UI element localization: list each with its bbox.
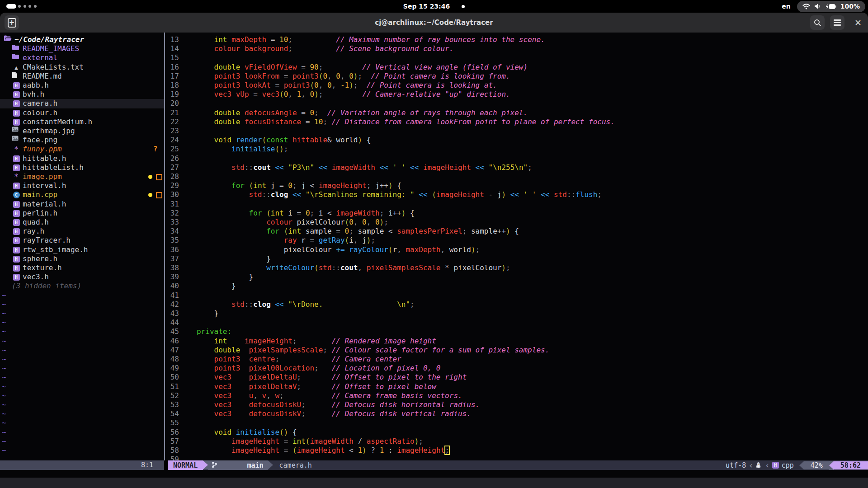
tree-item-label: rayTracer.h <box>23 236 71 245</box>
code-line[interactable]: 44 <box>169 318 868 327</box>
code-line[interactable]: 47 double pixelSamplesScale; // Colour s… <box>169 346 868 355</box>
tree-item[interactable]: HconstantMedium.h <box>0 117 164 127</box>
tree-item[interactable]: HrayTracer.h <box>0 236 164 245</box>
code-line[interactable]: 26 <box>169 154 868 163</box>
code-line[interactable]: 25 initialise(); <box>169 145 868 154</box>
tree-item-label: material.h <box>23 200 66 209</box>
close-window-button[interactable]: ✕ <box>851 15 865 30</box>
code-line[interactable]: 40 } <box>169 282 868 291</box>
command-line[interactable] <box>0 470 868 478</box>
line-number: 53 <box>169 400 179 409</box>
header-file-icon: H <box>13 247 20 253</box>
code-line[interactable]: 28 <box>169 172 868 181</box>
code-line[interactable]: 54 vec3 defocusDiskV; // Defocus disk ve… <box>169 409 868 418</box>
code-line[interactable]: 43 } <box>169 309 868 318</box>
code-line[interactable]: 31 <box>169 200 868 209</box>
code-line[interactable]: 59 <box>169 455 868 460</box>
tree-item[interactable]: face.png <box>0 136 164 145</box>
tree-item[interactable]: earthmap.jpg <box>0 127 164 136</box>
code-line[interactable]: 37 } <box>169 254 868 263</box>
code-line[interactable]: 39 } <box>169 272 868 282</box>
code-line[interactable]: 52 vec3 u, v, w; // Camera frame basis v… <box>169 391 868 400</box>
tree-item[interactable]: *image.ppm <box>0 172 164 181</box>
tree-item[interactable]: Hcolour.h <box>0 108 164 117</box>
code-line[interactable]: 29 for (int j = 0; j < imageHeight; j++)… <box>169 181 868 190</box>
tree-item[interactable]: ▲CMakeLists.txt <box>0 63 164 72</box>
tree-item[interactable]: Cmain.cpp <box>0 190 164 199</box>
clock-menu[interactable]: Sep 15 23:46 <box>0 0 868 13</box>
keyboard-layout-indicator[interactable]: en <box>782 3 790 10</box>
search-button[interactable] <box>810 15 825 30</box>
tree-item[interactable]: Hsphere.h <box>0 254 164 263</box>
code-line[interactable]: 50 vec3 pixelDeltaU; // Offset to pixel … <box>169 373 868 382</box>
tree-item[interactable]: external <box>0 53 164 62</box>
tree-item[interactable]: Hvec3.h <box>0 272 164 282</box>
code-line[interactable]: 55 <box>169 418 868 427</box>
code-line[interactable]: 27 std::cout << "P3\n" << imageWidth << … <box>169 163 868 172</box>
tree-item[interactable]: Haabb.h <box>0 81 164 90</box>
code-line[interactable]: 19 vec3 vUp = vec3(0, 1, 0); // Camera-r… <box>169 90 868 99</box>
tree-item[interactable]: README.md <box>0 72 164 81</box>
code-line[interactable]: 48 point3 centre; // Camera center <box>169 355 868 364</box>
tilde: ~ <box>2 355 6 364</box>
code-line[interactable]: 53 vec3 defocusDiskU; // Defocus disk ho… <box>169 400 868 409</box>
system-status-menu[interactable]: 100% <box>797 1 865 12</box>
code-line[interactable]: 38 writeColour(std::cout, pixelSamplesSc… <box>169 263 868 272</box>
powerline-arrow <box>829 461 834 470</box>
tree-item[interactable]: Htexture.h <box>0 263 164 272</box>
code-line[interactable]: 36 pixelColour += rayColour(r, maxDepth,… <box>169 245 868 254</box>
line-number: 25 <box>169 145 179 154</box>
tree-item[interactable]: Hperlin.h <box>0 209 164 218</box>
code-line[interactable]: 35 ray r = getRay(i, j); <box>169 236 868 245</box>
code-line[interactable]: 45private: <box>169 327 868 336</box>
window-separator[interactable] <box>164 33 165 460</box>
code-line[interactable]: 57 imageHeight = int(imageWidth / aspect… <box>169 437 868 446</box>
code-line[interactable]: 30 std::clog << "\rScanlines remaining: … <box>169 190 868 199</box>
tree-item[interactable]: Hhittable.h <box>0 154 164 163</box>
tree-item[interactable]: Hmaterial.h <box>0 200 164 209</box>
code-line[interactable]: 18 point3 lookAt = point3(0, 0, -1); // … <box>169 81 868 90</box>
tilde: ~ <box>2 446 6 455</box>
tree-item[interactable]: *funny.ppm? <box>0 145 164 154</box>
code-line[interactable]: 42 std::clog << "\rDone. \n"; <box>169 300 868 309</box>
git-staged-square <box>156 192 162 198</box>
code-line[interactable]: 15 <box>169 53 868 62</box>
clock-label: Sep 15 23:46 <box>403 3 450 10</box>
code-line[interactable]: 58 imageHeight = (imageHeight < 1) ? 1 :… <box>169 446 868 455</box>
code-line[interactable]: 23 <box>169 127 868 136</box>
tree-item[interactable]: README_IMAGES <box>0 44 164 53</box>
tree-item[interactable]: Hray.h <box>0 227 164 236</box>
code-line[interactable]: 49 point3 pixel00Location; // Location o… <box>169 364 868 373</box>
code-line[interactable]: 22 double focusDistance = 10; // Distanc… <box>169 117 868 127</box>
tree-item[interactable]: Hcamera.h <box>0 99 164 108</box>
code-line[interactable]: 24 void render(const hittable& world) { <box>169 136 868 145</box>
tree-item[interactable]: Hrtw_stb_image.h <box>0 245 164 254</box>
line-number: 21 <box>169 108 179 117</box>
generic-file-icon: * <box>14 145 19 154</box>
code-line[interactable]: 33 colour pixelColour(0, 0, 0); <box>169 218 868 227</box>
tree-item[interactable]: Hbvh.h <box>0 90 164 99</box>
tree-item[interactable]: HhittableList.h <box>0 163 164 172</box>
line-number: 37 <box>169 254 179 263</box>
menu-button[interactable] <box>830 15 844 30</box>
line-number: 40 <box>169 282 179 291</box>
code-line[interactable]: 51 vec3 pixelDeltaV; // Offset to pixel … <box>169 382 868 391</box>
code-line[interactable]: 17 point3 lookFrom = point3(0, 0, 0); //… <box>169 72 868 81</box>
code-line[interactable]: 13 int maxDepth = 10; // Maximum number … <box>169 35 868 44</box>
code-line[interactable]: 16 double vFieldOfView = 90; // Vertical… <box>169 63 868 72</box>
code-line[interactable]: 56 void initialise() { <box>169 428 868 437</box>
line-number: 59 <box>169 455 179 460</box>
tree-item[interactable]: ~/Code/Raytracer <box>0 35 164 44</box>
code-line[interactable]: 14 colour background; // Scene backgroun… <box>169 44 868 53</box>
code-line[interactable]: 34 for (int sample = 0; sample < samples… <box>169 227 868 236</box>
code-line[interactable]: 21 double defocusAngle = 0; // Variation… <box>169 108 868 117</box>
code-line[interactable]: 41 <box>169 291 868 300</box>
tree-item[interactable]: (3 hidden items) <box>0 282 164 291</box>
code-line[interactable]: 32 for (int i = 0; i < imageWidth; i++) … <box>169 209 868 218</box>
line-number: 54 <box>169 409 179 418</box>
os-linux-icon <box>755 462 761 469</box>
tree-item[interactable]: Hinterval.h <box>0 181 164 190</box>
tree-item[interactable]: Hquad.h <box>0 218 164 227</box>
code-line[interactable]: 46 int imageHeight; // Rendered image he… <box>169 337 868 346</box>
code-line[interactable]: 20 <box>169 99 868 108</box>
